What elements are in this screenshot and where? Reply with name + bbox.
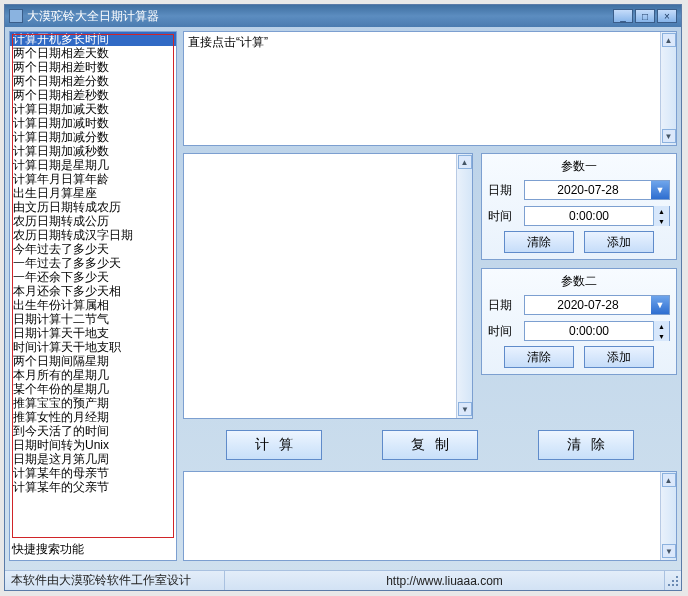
sidebar-item[interactable]: 两个日期相差分数 [10, 74, 176, 88]
sidebar-item[interactable]: 计算日期加减时数 [10, 116, 176, 130]
sidebar-item[interactable]: 某个年份的星期几 [10, 382, 176, 396]
sidebar-item[interactable]: 推算宝宝的预产期 [10, 396, 176, 410]
sidebar-item[interactable]: 计算年月日算年龄 [10, 172, 176, 186]
param2-clear-button[interactable]: 清除 [504, 346, 574, 368]
sidebar-item[interactable]: 时间计算天干地支职 [10, 340, 176, 354]
sidebar-footer: 快捷搜索功能 [12, 541, 84, 558]
param-group-1: 参数一 日期 2020-07-28 ▼ 时间 0:00:00 ▲▼ [481, 153, 677, 260]
client-area: 计算开机多长时间两个日期相差天数两个日期相差时数两个日期相差分数两个日期相差秒数… [5, 27, 681, 570]
params-panel: 参数一 日期 2020-07-28 ▼ 时间 0:00:00 ▲▼ [481, 153, 677, 383]
app-icon [9, 9, 23, 23]
clear-button[interactable]: 清除 [538, 430, 634, 460]
sidebar-item[interactable]: 两个日期间隔星期 [10, 354, 176, 368]
sidebar-item[interactable]: 出生年份计算属相 [10, 298, 176, 312]
sidebar-item[interactable]: 两个日期相差天数 [10, 46, 176, 60]
param1-time-input[interactable]: 0:00:00 ▲▼ [524, 206, 670, 226]
sidebar-item[interactable]: 农历日期转成公历 [10, 214, 176, 228]
sidebar-item[interactable]: 两个日期相差秒数 [10, 88, 176, 102]
svg-rect-3 [668, 584, 670, 586]
param1-date-input[interactable]: 2020-07-28 ▼ [524, 180, 670, 200]
param1-title: 参数一 [488, 158, 670, 175]
svg-rect-5 [676, 584, 678, 586]
status-url[interactable]: http://www.liuaaa.com [225, 571, 665, 590]
sidebar-item[interactable]: 今年过去了多少天 [10, 242, 176, 256]
mid-area: ▲ ▼ 参数一 日期 2020-07-28 ▼ 时间 [183, 153, 677, 421]
scroll-down-icon[interactable]: ▼ [662, 544, 676, 558]
calculate-button[interactable]: 计算 [226, 430, 322, 460]
param2-date-label: 日期 [488, 297, 524, 314]
output-scrollbar[interactable]: ▲ ▼ [456, 154, 472, 418]
dropdown-icon[interactable]: ▼ [651, 181, 669, 199]
param1-time-label: 时间 [488, 208, 524, 225]
param1-date-value: 2020-07-28 [525, 183, 651, 197]
sidebar-item[interactable]: 计算某年的父亲节 [10, 480, 176, 494]
dropdown-icon[interactable]: ▼ [651, 296, 669, 314]
param2-time-input[interactable]: 0:00:00 ▲▼ [524, 321, 670, 341]
sidebar-item[interactable]: 本月所有的星期几 [10, 368, 176, 382]
log-scrollbar[interactable]: ▲ ▼ [660, 472, 676, 560]
sidebar-item[interactable]: 农历日期转成汉字日期 [10, 228, 176, 242]
param1-date-label: 日期 [488, 182, 524, 199]
sidebar-item[interactable]: 两个日期相差时数 [10, 60, 176, 74]
param2-title: 参数二 [488, 273, 670, 290]
scroll-up-icon[interactable]: ▲ [458, 155, 472, 169]
sidebar-item[interactable]: 计算日期加减秒数 [10, 144, 176, 158]
svg-rect-1 [672, 580, 674, 582]
time-spinner[interactable]: ▲▼ [653, 206, 669, 226]
time-spinner[interactable]: ▲▼ [653, 321, 669, 341]
param2-date-input[interactable]: 2020-07-28 ▼ [524, 295, 670, 315]
svg-rect-0 [676, 576, 678, 578]
scroll-down-icon[interactable]: ▼ [662, 129, 676, 143]
param1-clear-button[interactable]: 清除 [504, 231, 574, 253]
close-button[interactable]: × [657, 9, 677, 23]
sidebar-item[interactable]: 日期时间转为Unix [10, 438, 176, 452]
window-buttons: _ □ × [613, 9, 677, 23]
sidebar-item[interactable]: 日期是这月第几周 [10, 452, 176, 466]
window-title: 大漠驼铃大全日期计算器 [27, 8, 613, 25]
param2-time-value: 0:00:00 [525, 324, 653, 338]
sidebar-item[interactable]: 一年过去了多多少天 [10, 256, 176, 270]
function-list[interactable]: 计算开机多长时间两个日期相差天数两个日期相差时数两个日期相差分数两个日期相差秒数… [9, 31, 177, 561]
scroll-down-icon[interactable]: ▼ [458, 402, 472, 416]
app-window: 大漠驼铃大全日期计算器 _ □ × 计算开机多长时间两个日期相差天数两个日期相差… [4, 4, 682, 591]
minimize-button[interactable]: _ [613, 9, 633, 23]
param2-date-value: 2020-07-28 [525, 298, 651, 312]
scroll-up-icon[interactable]: ▲ [662, 473, 676, 487]
param2-time-label: 时间 [488, 323, 524, 340]
sidebar-item[interactable]: 到今天活了的时间 [10, 424, 176, 438]
param-group-2: 参数二 日期 2020-07-28 ▼ 时间 0:00:00 ▲▼ [481, 268, 677, 375]
sidebar-item[interactable]: 本月还余下多少天相 [10, 284, 176, 298]
status-credit: 本软件由大漠驼铃软件工作室设计 [5, 571, 225, 590]
copy-button[interactable]: 复制 [382, 430, 478, 460]
instruction-box: 直接点击“计算” ▲ ▼ [183, 31, 677, 146]
maximize-button[interactable]: □ [635, 9, 655, 23]
sidebar-item[interactable]: 由文历日期转成农历 [10, 200, 176, 214]
resize-grip-icon[interactable] [665, 573, 681, 589]
sidebar-item[interactable]: 日期计算十二节气 [10, 312, 176, 326]
main-buttons: 计算 复制 清除 [183, 425, 677, 465]
instruction-scrollbar[interactable]: ▲ ▼ [660, 32, 676, 145]
log-box[interactable]: ▲ ▼ [183, 471, 677, 561]
sidebar-item[interactable]: 出生日月算星座 [10, 186, 176, 200]
sidebar-item[interactable]: 日期计算天干地支 [10, 326, 176, 340]
sidebar-item[interactable]: 计算开机多长时间 [10, 32, 176, 46]
sidebar-item[interactable]: 计算日期加减天数 [10, 102, 176, 116]
output-box[interactable]: ▲ ▼ [183, 153, 473, 419]
sidebar-item[interactable]: 计算日期加减分数 [10, 130, 176, 144]
param1-add-button[interactable]: 添加 [584, 231, 654, 253]
titlebar: 大漠驼铃大全日期计算器 _ □ × [5, 5, 681, 27]
svg-rect-2 [676, 580, 678, 582]
sidebar-item[interactable]: 推算女性的月经期 [10, 410, 176, 424]
sidebar-item[interactable]: 一年还余下多少天 [10, 270, 176, 284]
param1-time-value: 0:00:00 [525, 209, 653, 223]
sidebar-item[interactable]: 计算某年的母亲节 [10, 466, 176, 480]
param2-add-button[interactable]: 添加 [584, 346, 654, 368]
svg-rect-4 [672, 584, 674, 586]
sidebar-item[interactable]: 计算日期是星期几 [10, 158, 176, 172]
scroll-up-icon[interactable]: ▲ [662, 33, 676, 47]
instruction-text: 直接点击“计算” [188, 35, 268, 49]
statusbar: 本软件由大漠驼铃软件工作室设计 http://www.liuaaa.com [5, 570, 681, 590]
